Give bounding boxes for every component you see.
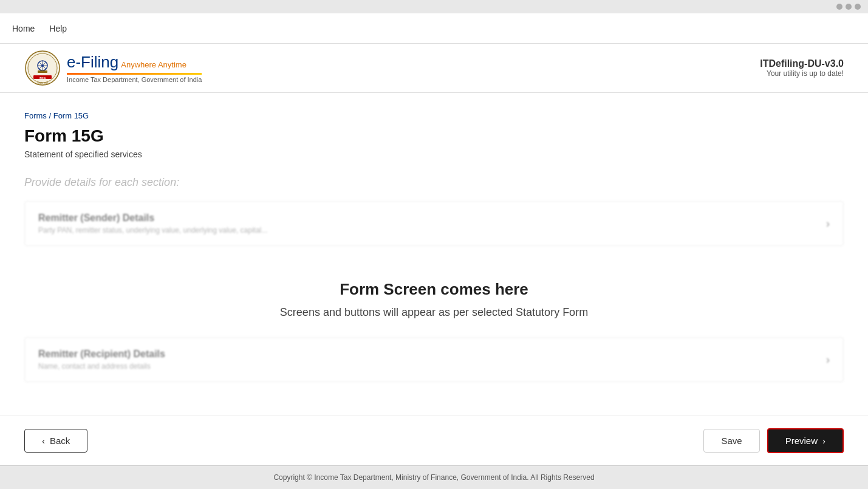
nav-home[interactable]: Home	[12, 24, 35, 33]
emblem-icon: INDIA सत्यमेव जयते	[24, 50, 61, 86]
form-placeholder-overlay: Form Screen comes here Screens and butto…	[24, 256, 844, 331]
section-remitter-sender[interactable]: Remitter (Sender) Details Party PAN, rem…	[24, 201, 844, 246]
section-intro: Provide details for each section:	[24, 176, 844, 189]
section-remitter-recipient[interactable]: Remitter (Recipient) Details Name, conta…	[24, 337, 844, 382]
back-icon: ‹	[42, 436, 45, 446]
logo-subtitle: Income Tax Department, Government of Ind…	[67, 76, 202, 83]
footer-actions: ‹ Back Save Preview ›	[0, 415, 868, 465]
site-header: INDIA सत्यमेव जयते e-Filing Anywhere Any…	[0, 44, 868, 93]
breadcrumb-forms[interactable]: Forms	[24, 111, 47, 120]
version-label: ITDefiling-DU-v3.0	[760, 58, 844, 69]
page-footer: Copyright © Income Tax Department, Minis…	[0, 465, 868, 489]
card-info-recipient: Remitter (Recipient) Details Name, conta…	[38, 349, 165, 371]
svg-text:सत्यमेव जयते: सत्यमेव जयते	[36, 81, 49, 84]
logo-text: e-Filing Anywhere Anytime Income Tax Dep…	[67, 53, 202, 83]
save-button[interactable]: Save	[703, 429, 759, 453]
content-area: Provide details for each section: Remitt…	[24, 176, 844, 382]
preview-chevron-icon: ›	[822, 436, 825, 446]
preview-button[interactable]: Preview ›	[767, 428, 844, 453]
card-title-sender: Remitter (Sender) Details	[38, 213, 267, 224]
save-label: Save	[721, 436, 742, 446]
card-desc-sender: Party PAN, remitter status, underlying v…	[38, 226, 267, 234]
card-desc-recipient: Name, contact and address details	[38, 362, 165, 371]
title-dot-3	[855, 4, 861, 10]
form-title: Form 15G	[24, 126, 844, 146]
title-dot-2	[846, 4, 852, 10]
status-label: Your utility is up to date!	[760, 69, 844, 78]
card-info-sender: Remitter (Sender) Details Party PAN, rem…	[38, 213, 267, 234]
footer-text: Copyright © Income Tax Department, Minis…	[273, 473, 594, 482]
overlay-sub-message: Screens and buttons will appear as per s…	[24, 306, 844, 319]
back-button[interactable]: ‹ Back	[24, 429, 87, 453]
right-buttons: Save Preview ›	[703, 428, 844, 453]
chevron-right-icon: ›	[826, 217, 830, 230]
top-navigation: Home Help	[0, 13, 868, 44]
card-title-recipient: Remitter (Recipient) Details	[38, 349, 165, 360]
logo-area: INDIA सत्यमेव जयते e-Filing Anywhere Any…	[24, 50, 202, 86]
title-bar	[0, 0, 868, 13]
breadcrumb-separator: /	[49, 111, 53, 120]
header-version-info: ITDefiling-DU-v3.0 Your utility is up to…	[760, 58, 844, 78]
breadcrumb: Forms / Form 15G	[24, 111, 844, 120]
title-dot-1	[836, 4, 842, 10]
chevron-right-icon-2: ›	[826, 354, 830, 366]
svg-rect-8	[38, 70, 47, 73]
nav-help[interactable]: Help	[49, 24, 67, 33]
main-content: Forms / Form 15G Form 15G Statement of s…	[0, 93, 868, 415]
logo-underline	[67, 73, 202, 75]
preview-label: Preview	[785, 436, 818, 446]
logo-efiling-text: e-Filing	[67, 53, 118, 72]
breadcrumb-current: Form 15G	[53, 111, 89, 120]
form-subtitle: Statement of specified services	[24, 149, 844, 159]
svg-text:INDIA: INDIA	[39, 77, 46, 80]
logo-tagline: Anywhere Anytime	[121, 60, 186, 69]
overlay-main-message: Form Screen comes here	[24, 280, 844, 299]
back-label: Back	[50, 436, 70, 446]
